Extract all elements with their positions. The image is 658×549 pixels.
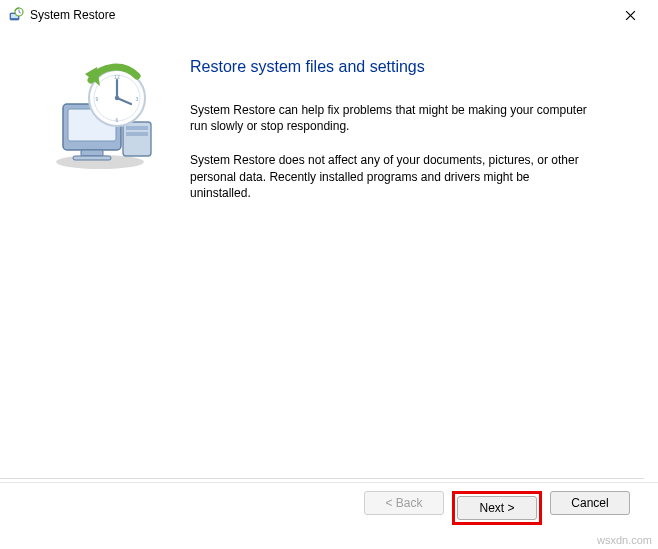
- svg-rect-7: [81, 150, 103, 156]
- description-paragraph-1: System Restore can help fix problems tha…: [190, 102, 590, 134]
- close-button[interactable]: [610, 1, 650, 29]
- window-title: System Restore: [30, 8, 115, 22]
- svg-text:6: 6: [116, 117, 119, 123]
- svg-text:3: 3: [136, 96, 139, 102]
- page-heading: Restore system files and settings: [190, 58, 614, 76]
- svg-rect-8: [73, 156, 111, 160]
- svg-text:12: 12: [114, 74, 120, 80]
- wizard-footer: < Back Next > Cancel: [0, 478, 644, 525]
- titlebar-left: System Restore: [8, 7, 115, 23]
- content-area: 123 69 Restore system files and settings…: [0, 30, 658, 490]
- text-pane: Restore system files and settings System…: [190, 50, 634, 490]
- svg-rect-11: [126, 132, 148, 136]
- description-paragraph-2: System Restore does not affect any of yo…: [190, 152, 590, 201]
- svg-rect-10: [126, 126, 148, 130]
- system-restore-icon: [8, 7, 24, 23]
- titlebar: System Restore: [0, 0, 658, 30]
- cancel-button[interactable]: Cancel: [550, 491, 630, 515]
- watermark: wsxdn.com: [597, 534, 652, 546]
- system-restore-graphic-icon: 123 69: [45, 62, 165, 172]
- back-button: < Back: [364, 491, 444, 515]
- svg-text:9: 9: [96, 96, 99, 102]
- next-button-highlight: Next >: [452, 491, 542, 525]
- graphic-pane: 123 69: [20, 50, 190, 490]
- next-button[interactable]: Next >: [457, 496, 537, 520]
